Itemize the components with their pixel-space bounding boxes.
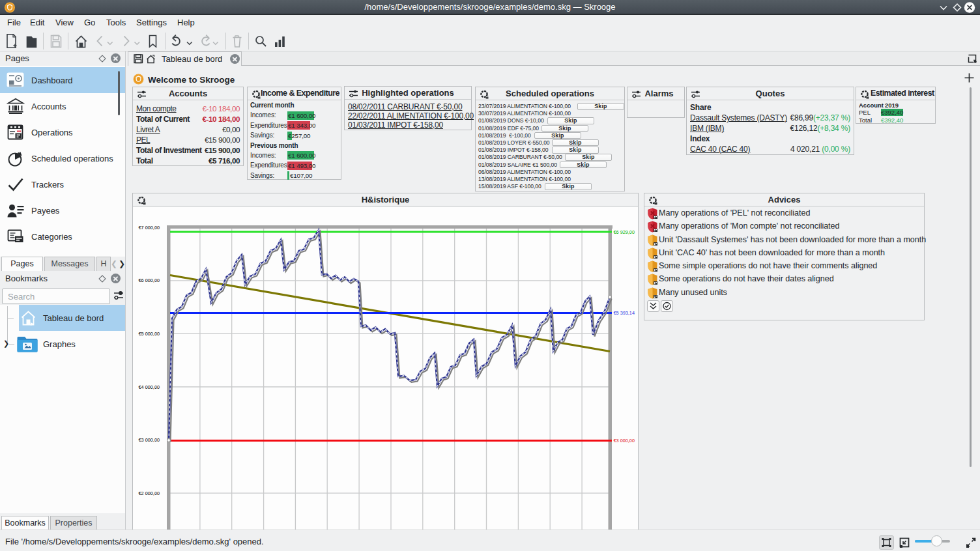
svg-text:€2 000,00: €2 000,00 bbox=[139, 490, 160, 496]
svg-text:€7 000,00: €7 000,00 bbox=[139, 225, 160, 231]
svg-text:€3 000,00: €3 000,00 bbox=[139, 437, 160, 443]
svg-text:€5 000,00: €5 000,00 bbox=[139, 331, 160, 337]
svg-text:€4 000,00: €4 000,00 bbox=[139, 384, 160, 390]
svg-text:€6 000,00: €6 000,00 bbox=[139, 277, 160, 283]
svg-text:€3 000,00: €3 000,00 bbox=[614, 438, 635, 444]
svg-text:€5 393,14: €5 393,14 bbox=[614, 310, 635, 316]
svg-text:€6 929,00: €6 929,00 bbox=[614, 229, 635, 235]
